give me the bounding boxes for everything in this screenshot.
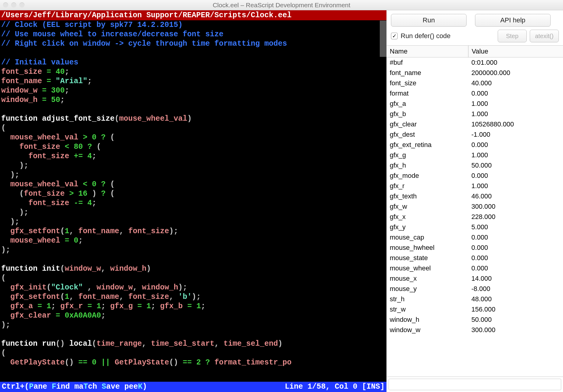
variable-name: mouse_wheel	[387, 263, 468, 273]
variable-row[interactable]: mouse_state0.000	[387, 253, 563, 263]
variable-name: gfx_r	[387, 181, 468, 191]
statusbar-hints: Ctrl+(Pane Find maTch Save peeK)	[2, 382, 147, 392]
variable-name: mouse_x	[387, 273, 468, 284]
window-close-button[interactable]	[3, 2, 8, 8]
variable-name: window_w	[387, 325, 468, 335]
variables-table[interactable]: #buf0:01.000font_name2000000.000font_siz…	[387, 57, 563, 377]
variable-row[interactable]: window_h50.000	[387, 315, 563, 325]
code-editor[interactable]: /Users/Jeff/Library/Application Support/…	[0, 10, 386, 392]
variable-value: 0.000	[468, 140, 563, 150]
variable-row[interactable]: #buf0:01.000	[387, 57, 563, 68]
window-titlebar: Clock.eel – ReaScript Development Enviro…	[0, 0, 563, 10]
statusbar-position: Line 1/58, Col 0 [INS]	[285, 382, 385, 392]
variable-value: 300.000	[468, 201, 563, 212]
run-button[interactable]: Run	[391, 14, 467, 27]
variable-value: 228.000	[468, 212, 563, 222]
variable-row[interactable]: gfx_texth46.000	[387, 191, 563, 201]
variable-value: 1.000	[468, 99, 563, 109]
variable-row[interactable]: mouse_cap0.000	[387, 232, 563, 243]
variable-value: 14.000	[468, 273, 563, 284]
atexit-button[interactable]: atexit()	[530, 30, 559, 42]
variable-row[interactable]: mouse_y-8.000	[387, 284, 563, 294]
variable-row[interactable]: font_size40.000	[387, 78, 563, 88]
editor-statusbar: Ctrl+(Pane Find maTch Save peeK) Line 1/…	[0, 382, 386, 392]
variable-value: 1.000	[468, 109, 563, 119]
variable-row[interactable]: mouse_hwheel0.000	[387, 243, 563, 253]
variable-row[interactable]: gfx_clear10526880.000	[387, 119, 563, 129]
variable-row[interactable]: mouse_wheel0.000	[387, 263, 563, 273]
variable-name: mouse_y	[387, 284, 468, 294]
variable-name: gfx_mode	[387, 171, 468, 181]
variable-row[interactable]: gfx_mode0.000	[387, 171, 563, 181]
col-value[interactable]: Value	[468, 46, 563, 57]
variable-row[interactable]: gfx_b1.000	[387, 109, 563, 119]
variable-name: font_name	[387, 68, 468, 78]
variable-row[interactable]: gfx_x228.000	[387, 212, 563, 222]
run-defer-label: Run defer() code	[401, 32, 451, 40]
variable-value: 0.000	[468, 88, 563, 99]
debug-input[interactable]	[389, 379, 561, 390]
variable-row[interactable]: gfx_ext_retina0.000	[387, 140, 563, 150]
variable-value: 5.000	[468, 222, 563, 232]
variable-value: 50.000	[468, 160, 563, 171]
variable-name: gfx_clear	[387, 119, 468, 129]
variable-row[interactable]: mouse_x14.000	[387, 273, 563, 284]
debug-input-area	[387, 377, 563, 392]
variable-name: gfx_h	[387, 160, 468, 171]
variable-value: -8.000	[468, 284, 563, 294]
window-zoom-button[interactable]	[19, 2, 24, 8]
variable-row[interactable]: str_h48.000	[387, 294, 563, 304]
variable-name: gfx_x	[387, 212, 468, 222]
variable-value: 46.000	[468, 191, 563, 201]
variable-name: gfx_b	[387, 109, 468, 119]
variable-name: gfx_ext_retina	[387, 140, 468, 150]
variable-value: 0.000	[468, 243, 563, 253]
variable-name: mouse_hwheel	[387, 243, 468, 253]
variables-header[interactable]: Name Value	[387, 45, 563, 57]
variable-row[interactable]: gfx_g1.000	[387, 150, 563, 160]
variable-value: 50.000	[468, 315, 563, 325]
variable-name: mouse_state	[387, 253, 468, 263]
variable-value: 40.000	[468, 78, 563, 88]
variable-name: gfx_g	[387, 150, 468, 160]
variable-name: gfx_w	[387, 201, 468, 212]
variable-name: format	[387, 88, 468, 99]
variable-value: 0.000	[468, 232, 563, 243]
variable-row[interactable]: gfx_r1.000	[387, 181, 563, 191]
variable-value: 0:01.000	[468, 57, 563, 68]
variable-value: 1.000	[468, 150, 563, 160]
variable-row[interactable]: font_name2000000.000	[387, 68, 563, 78]
variable-value: 48.000	[468, 294, 563, 304]
variable-name: #buf	[387, 57, 468, 68]
variable-row[interactable]: gfx_y5.000	[387, 222, 563, 232]
editor-scrollbar[interactable]	[380, 21, 386, 57]
window-minimize-button[interactable]	[11, 2, 16, 8]
col-name[interactable]: Name	[387, 46, 468, 57]
variable-value: 10526880.000	[468, 119, 563, 129]
variable-name: gfx_dest	[387, 129, 468, 140]
file-path: /Users/Jeff/Library/Application Support/…	[0, 10, 386, 20]
variable-row[interactable]: gfx_w300.000	[387, 201, 563, 212]
variable-row[interactable]: gfx_dest-1.000	[387, 129, 563, 140]
variable-name: window_h	[387, 315, 468, 325]
step-button[interactable]: Step	[498, 30, 527, 42]
variable-row[interactable]: gfx_a1.000	[387, 99, 563, 109]
variable-value: 2000000.000	[468, 68, 563, 78]
variable-value: 0.000	[468, 263, 563, 273]
variable-value: 156.000	[468, 304, 563, 315]
api-help-button[interactable]: API help	[475, 14, 551, 27]
code-area[interactable]: // Clock (EEL script by spk77 14.2.2015)…	[0, 20, 386, 382]
variable-row[interactable]: window_w300.000	[387, 325, 563, 335]
window-title: Clock.eel – ReaScript Development Enviro…	[0, 2, 563, 9]
variable-row[interactable]: str_w156.000	[387, 304, 563, 315]
variable-value: 0.000	[468, 253, 563, 263]
variable-row[interactable]: format0.000	[387, 88, 563, 99]
variable-name: gfx_y	[387, 222, 468, 232]
debug-panel: Run API help ✓ Run defer() code Step ate…	[386, 10, 563, 392]
variable-value: -1.000	[468, 129, 563, 140]
variable-name: mouse_cap	[387, 232, 468, 243]
run-defer-checkbox[interactable]: ✓	[391, 33, 398, 39]
variable-value: 300.000	[468, 325, 563, 335]
variable-name: str_h	[387, 294, 468, 304]
variable-row[interactable]: gfx_h50.000	[387, 160, 563, 171]
